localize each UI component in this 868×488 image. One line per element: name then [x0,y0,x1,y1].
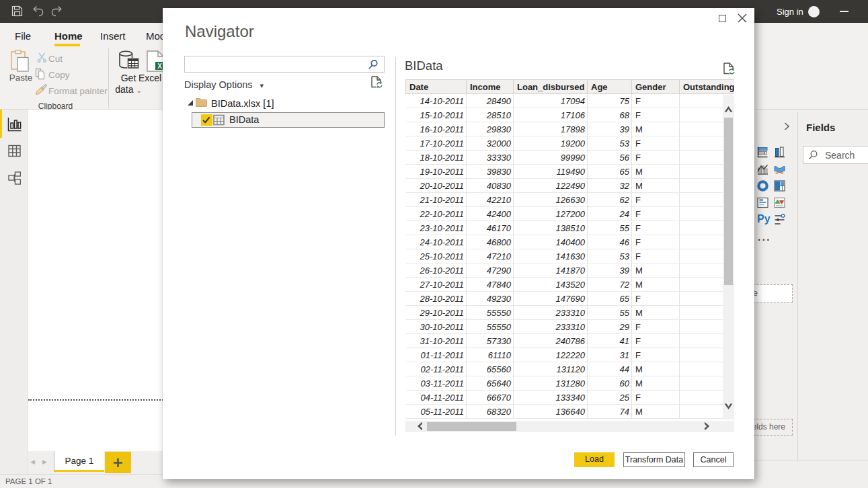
svg-text:X: X [157,63,162,70]
